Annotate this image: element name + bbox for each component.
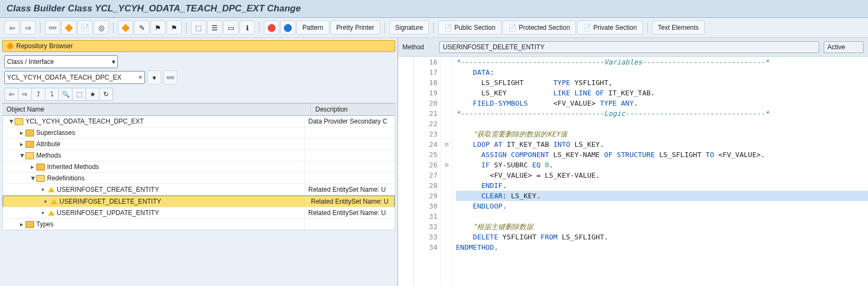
tree-row[interactable]: USERINFOSET_UPDATE_ENTITYRelated EntityS…: [3, 207, 395, 219]
hierarchy-icon: 🔶: [6, 42, 14, 50]
repository-browser-header: 🔶 Repository Browser: [2, 40, 395, 52]
object-type-select[interactable]: Class / Interface ▾: [4, 55, 118, 68]
line-number-gutter[interactable]: 16171819202122232425262728293031323334: [414, 57, 441, 286]
collapse-icon[interactable]: ⤴: [31, 88, 45, 101]
display-object-icon[interactable]: 👓: [163, 70, 177, 84]
page-title: Class Builder Class YCL_YCYH_ODATA_TEACH…: [6, 3, 301, 14]
back-icon[interactable]: ⇦: [4, 21, 19, 35]
display-toggle-icon[interactable]: 👓: [45, 21, 60, 35]
folder-icon: [15, 118, 23, 125]
tree-label: Attribute: [36, 140, 61, 148]
expand-icon[interactable]: ⤵: [45, 88, 59, 101]
method-icon: [48, 210, 55, 216]
method-label: Method: [402, 43, 435, 51]
tree-row[interactable]: ▼Redefinitions: [3, 173, 395, 184]
main-toolbar: ⇦ ⇨ 👓 🔶 📄 ◎ 🔶 ✎ ⚑ ⚑ ⬚ ☰ ▭ ℹ 🔴 🔵 Pattern …: [0, 18, 868, 38]
fold-gutter[interactable]: ⊟⊟: [441, 57, 453, 286]
inactive-objects-icon[interactable]: 📄: [77, 21, 92, 35]
code-area[interactable]: *----------------------------------Varia…: [453, 57, 868, 286]
repository-browser-label: Repository Browser: [16, 42, 73, 50]
folder-icon: [36, 175, 45, 182]
next-icon[interactable]: ⇨: [18, 88, 32, 101]
favorite-icon[interactable]: ★: [85, 88, 100, 101]
pattern-button[interactable]: Pattern: [296, 21, 329, 35]
folder-icon: [25, 221, 34, 228]
tree-desc: Related EntitySet Name: U: [305, 186, 395, 193]
navigation-icon[interactable]: ☰: [207, 21, 222, 35]
ext-bp-icon[interactable]: 🔵: [280, 21, 295, 35]
folder-icon: [25, 141, 34, 148]
object-type-value: Class / Interface: [7, 58, 54, 66]
col-object-name[interactable]: Object Name: [2, 103, 311, 115]
private-section-button[interactable]: 📄Private Section: [577, 21, 643, 35]
pretty-printer-button[interactable]: Pretty Printer: [330, 21, 380, 35]
tree-row[interactable]: ▼Methods: [3, 150, 395, 161]
protected-section-button[interactable]: 📄Protected Section: [502, 21, 576, 35]
method-icon: [51, 199, 57, 204]
where-used-icon[interactable]: 🔶: [118, 21, 133, 35]
folder-icon: [25, 129, 34, 136]
other-object-icon[interactable]: 🔶: [61, 21, 76, 35]
edit-icon[interactable]: ✎: [134, 21, 149, 35]
tree-row[interactable]: ▸Superclasses: [3, 127, 395, 139]
object-name-value: YCL_YCYH_ODATA_TEACH_DPC_EX: [7, 74, 122, 81]
tree-label: Methods: [36, 152, 61, 159]
tree-row[interactable]: USERINFOSET_CREATE_ENTITYRelated EntityS…: [3, 184, 395, 196]
right-panel: Method USERINFOSET_DELETE_ENTITY Active …: [398, 38, 868, 286]
clear-input-icon[interactable]: ×: [138, 74, 142, 81]
tree-header: Object Name Description: [2, 103, 395, 116]
chevron-down-icon: ▾: [112, 58, 115, 66]
object-list-icon[interactable]: ⬚: [191, 21, 206, 35]
tree-label: Inherited Methods: [47, 163, 99, 171]
left-panel: 🔶 Repository Browser Class / Interface ▾…: [0, 38, 398, 286]
tree-row[interactable]: USERINFOSET_DELETE_ENTITYRelated EntityS…: [3, 196, 395, 207]
find-icon[interactable]: 🔍: [58, 88, 72, 101]
folder-icon: [25, 152, 34, 159]
tree-label: Redefinitions: [47, 174, 84, 182]
folder-icon: [36, 164, 45, 171]
set-bp-icon[interactable]: 🔴: [264, 21, 279, 35]
forward-icon[interactable]: ⇨: [21, 21, 36, 35]
section-icon: 📄: [444, 24, 452, 31]
refresh-icon[interactable]: ↻: [99, 88, 113, 101]
title-bar: Class Builder Class YCL_YCYH_ODATA_TEACH…: [0, 0, 868, 18]
tree-label: YCL_YCYH_ODATA_TEACH_DPC_EXT: [25, 118, 144, 125]
tree-row[interactable]: ▸Inherited Methods: [3, 161, 395, 173]
method-name-field: USERINFOSET_DELETE_ENTITY: [439, 41, 819, 53]
help-icon[interactable]: ℹ: [240, 21, 255, 35]
tree-desc: Related EntitySet Name: U: [308, 198, 392, 205]
tree-row[interactable]: ▸Types: [3, 219, 395, 230]
prev-icon[interactable]: ⇦: [4, 88, 18, 101]
activation-icon[interactable]: ◎: [94, 21, 109, 35]
tree-desc: Related EntitySet Name: U: [305, 209, 395, 217]
tree-label: USERINFOSET_DELETE_ENTITY: [59, 198, 161, 205]
tree-toolbar: ⇦ ⇨ ⤴ ⤵ 🔍 ⬚ ★ ↻: [4, 88, 393, 101]
tree-label: USERINFOSET_UPDATE_ENTITY: [57, 209, 159, 217]
tree-desc: Data Provider Secondary C: [305, 118, 395, 125]
col-description[interactable]: Description: [311, 103, 395, 115]
breakpoint-del-icon[interactable]: ⚑: [167, 21, 182, 35]
object-name-input[interactable]: YCL_YCYH_ODATA_TEACH_DPC_EX ×: [4, 71, 145, 84]
editor-header: Method USERINFOSET_DELETE_ENTITY Active: [398, 38, 868, 57]
tree-display-icon[interactable]: ⬚: [72, 88, 86, 101]
code-editor[interactable]: 16171819202122232425262728293031323334 ⊟…: [398, 57, 868, 286]
breakpoint-set-icon[interactable]: ⚑: [150, 21, 165, 35]
tree-row[interactable]: ▼YCL_YCYH_ODATA_TEACH_DPC_EXTData Provid…: [3, 116, 395, 127]
section-icon: 📄: [508, 24, 516, 31]
tree-row[interactable]: ▸Attribute: [3, 139, 395, 150]
fullscreen-icon[interactable]: ▭: [223, 21, 238, 35]
signature-button[interactable]: Signature: [389, 21, 429, 35]
object-tree[interactable]: ▼YCL_YCYH_ODATA_TEACH_DPC_EXTData Provid…: [2, 116, 395, 230]
status-field: Active: [824, 41, 864, 53]
tree-label: Superclasses: [36, 129, 75, 136]
public-section-button[interactable]: 📄Public Section: [438, 21, 501, 35]
tree-label: USERINFOSET_CREATE_ENTITY: [57, 186, 159, 193]
history-dropdown-icon[interactable]: ▾: [147, 70, 161, 84]
tree-label: Types: [36, 220, 54, 228]
method-icon: [48, 187, 55, 192]
section-icon: 📄: [583, 24, 591, 31]
text-elements-button[interactable]: Text Elements: [652, 21, 705, 35]
